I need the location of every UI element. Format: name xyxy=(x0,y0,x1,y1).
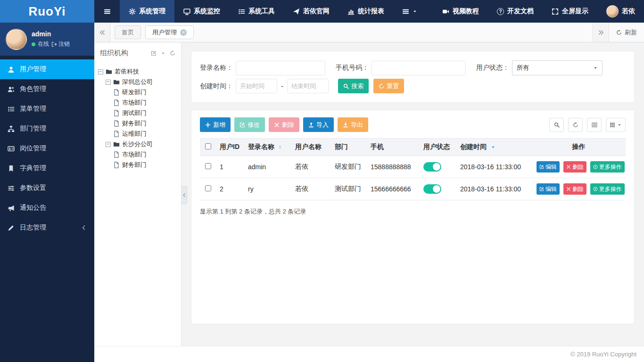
logout-link[interactable]: 注销 xyxy=(51,40,70,48)
add-button[interactable]: 新增 xyxy=(200,117,231,132)
sidebar-item-dept-manage[interactable]: 部门管理 xyxy=(0,119,94,139)
tree-node[interactable]: 长沙分公司 xyxy=(98,139,177,149)
users-icon xyxy=(8,86,15,93)
table-row: 1 admin 若依 研发部门 15888888888 2018-03-16 1… xyxy=(200,156,626,178)
edit-button[interactable]: 修改 xyxy=(234,117,265,132)
row-checkbox[interactable] xyxy=(205,185,211,191)
topnav-item-system-tools[interactable]: 系统工具 xyxy=(229,0,284,23)
col-header-create-time[interactable]: 创建时间 xyxy=(456,139,532,156)
topnav-more-menu[interactable] xyxy=(393,0,426,23)
topnav-user-menu[interactable]: 若依 xyxy=(597,5,644,17)
cell-dept: 测试部门 xyxy=(335,185,361,192)
phone-input[interactable] xyxy=(372,61,466,75)
sidebar-item-log-manage[interactable]: 日志管理 xyxy=(0,218,94,238)
search-icon xyxy=(343,83,349,89)
topnav-item-dev-docs[interactable]: 开发文档 xyxy=(488,7,543,16)
user-status-toggle[interactable] xyxy=(423,184,441,194)
row-edit-button[interactable]: 编辑 xyxy=(537,183,560,195)
tree-expander-icon[interactable] xyxy=(106,142,111,147)
sidebar-item-dict-manage[interactable]: 字典管理 xyxy=(0,158,94,178)
app-shell: admin 在线 注销 用户管理 xyxy=(0,23,644,362)
workspace: 组织机构 若依科技 xyxy=(94,42,644,346)
topnav-item-official-site[interactable]: 若依官网 xyxy=(284,0,339,23)
tree-node[interactable]: 财务部门 xyxy=(98,118,177,129)
tree-expander-icon[interactable] xyxy=(106,80,111,85)
user-status-toggle[interactable] xyxy=(423,162,441,172)
col-header-login-name[interactable]: 登录名称 xyxy=(244,139,291,156)
toggle-search-button[interactable] xyxy=(549,118,564,132)
chevron-left-icon xyxy=(81,225,87,230)
app-logo[interactable]: RuoYi xyxy=(0,0,94,23)
topnav-item-system-monitor[interactable]: 系统监控 xyxy=(174,0,229,23)
cell-create-time: 2018-03-16 11:33:00 xyxy=(460,185,521,193)
reset-button[interactable]: 重置 xyxy=(373,79,404,93)
search-button[interactable]: 搜索 xyxy=(338,79,369,93)
table-header-row: 用户ID 登录名称 用户名称 部门 手机 用户状态 xyxy=(200,139,626,156)
row-more-actions-button[interactable]: 更多操作 xyxy=(590,161,625,173)
tree-node-label: 若依科技 xyxy=(115,67,139,76)
detail-view-button[interactable] xyxy=(587,118,602,132)
tree-node[interactable]: 市场部门 xyxy=(98,149,177,160)
sidebar-item-post-manage[interactable]: 岗位管理 xyxy=(0,139,94,158)
caret-down-icon xyxy=(593,66,598,70)
sidebar-item-label: 菜单管理 xyxy=(20,105,46,113)
tree-node[interactable]: 市场部门 xyxy=(98,98,177,108)
delete-button[interactable]: 删除 xyxy=(269,117,299,132)
end-time-input[interactable] xyxy=(287,79,329,93)
columns-button[interactable] xyxy=(606,118,626,132)
row-delete-button[interactable]: 删除 xyxy=(563,161,586,173)
tab-close-icon[interactable] xyxy=(180,29,187,36)
topnav-item-label: 若依官网 xyxy=(303,7,330,16)
tab-refresh-button[interactable]: 刷新 xyxy=(609,23,644,42)
sidebar-item-user-manage[interactable]: 用户管理 xyxy=(0,59,94,79)
row-more-actions-button[interactable]: 更多操作 xyxy=(590,183,625,195)
row-delete-button[interactable]: 删除 xyxy=(563,183,586,195)
row-edit-button[interactable]: 编辑 xyxy=(537,161,560,173)
tree-node[interactable]: 测试部门 xyxy=(98,108,177,118)
topnav-item-system-manage[interactable]: 系统管理 xyxy=(120,0,174,23)
tree-node[interactable]: 财务部门 xyxy=(98,160,177,170)
tree-node[interactable]: 研发部门 xyxy=(98,87,177,98)
sidebar-item-notice[interactable]: 通知公告 xyxy=(0,198,94,218)
select-all-checkbox[interactable] xyxy=(205,143,211,149)
import-button[interactable]: 导入 xyxy=(303,117,334,132)
user-status-select[interactable]: 所有 xyxy=(512,60,603,75)
login-name-input[interactable] xyxy=(236,61,325,75)
topnav-item-video-tutorial[interactable]: 视频教程 xyxy=(433,7,488,16)
start-time-input[interactable] xyxy=(236,79,277,93)
export-button[interactable]: 导出 xyxy=(338,117,368,132)
refresh-table-button[interactable] xyxy=(568,118,583,132)
tree-node[interactable]: 运维部门 xyxy=(98,129,177,139)
refresh-tree-icon[interactable] xyxy=(170,50,175,56)
tree-panel-collapse-handle[interactable] xyxy=(182,186,187,204)
x-icon xyxy=(566,187,571,191)
tree-node-label: 研发部门 xyxy=(122,88,147,97)
sidebar-item-param-settings[interactable]: 参数设置 xyxy=(0,178,94,198)
copyright-text: © 2019 RuoYi Copyright xyxy=(570,351,636,358)
topnav-item-statistics[interactable]: 统计报表 xyxy=(339,0,393,23)
tabs-scroll-right-button[interactable] xyxy=(593,23,609,42)
tab-user-manage[interactable]: 用户管理 xyxy=(145,25,194,39)
tree-node[interactable]: 深圳总公司 xyxy=(98,77,177,87)
search-row-2: 创建时间： - 搜索 重置 xyxy=(200,79,626,93)
row-checkbox[interactable] xyxy=(205,163,211,169)
sidebar-toggle-button[interactable] xyxy=(94,0,120,23)
tabs-scroll-left-button[interactable] xyxy=(94,23,110,42)
edit-tree-icon[interactable] xyxy=(151,50,157,56)
topnav-item-label: 系统监控 xyxy=(194,7,220,16)
sidebar-item-menu-manage[interactable]: 菜单管理 xyxy=(0,99,94,119)
cell-login-name: ry xyxy=(248,185,254,193)
tree-node-root[interactable]: 若依科技 xyxy=(98,66,177,77)
sort-desc-icon[interactable] xyxy=(491,145,495,149)
cell-create-time: 2018-03-16 11:33:00 xyxy=(460,163,521,171)
tab-home[interactable]: 首页 xyxy=(115,25,141,39)
file-icon xyxy=(113,89,120,96)
cell-phone: 15666666666 xyxy=(371,185,411,193)
topnav-item-fullscreen[interactable]: 全屏显示 xyxy=(543,7,597,16)
sort-icon[interactable] xyxy=(278,145,282,149)
collapse-tree-icon[interactable] xyxy=(161,51,165,56)
tree-expander-icon[interactable] xyxy=(98,69,103,74)
sidebar-item-role-manage[interactable]: 角色管理 xyxy=(0,79,94,99)
arrow-circle-right-icon xyxy=(593,187,598,191)
avatar[interactable] xyxy=(6,29,27,50)
